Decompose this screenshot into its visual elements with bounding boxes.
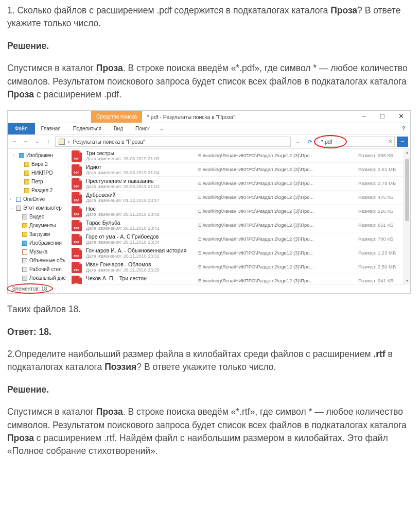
clear-search-icon[interactable]: ✕ — [388, 138, 392, 146]
s1d: Проза — [7, 89, 34, 99]
file-name: Тарас Бульба — [86, 219, 194, 226]
tree-item[interactable]: Изображения — [8, 239, 68, 247]
maximize-button[interactable]: ☐ — [373, 111, 392, 123]
file-size: Размер: 998 КБ — [358, 150, 407, 159]
tree-item[interactable]: НИКПРО — [8, 168, 68, 177]
file-name: Преступление и наказание — [86, 178, 194, 184]
file-path: E:\working\Лена\НИКПРО\Раздел 2\oge12 (3… — [198, 150, 354, 159]
nav-forward-icon[interactable]: → — [21, 137, 30, 146]
tree-pic-icon — [22, 241, 27, 246]
search-input[interactable]: *.pdf ✕ — [318, 137, 395, 147]
file-row[interactable]: ИдиотДата изменения: 28.08.2019 21:04E:\… — [68, 162, 410, 176]
tree-label: Вира 2 — [31, 161, 48, 168]
pdf-file-icon — [72, 248, 82, 259]
ribbon-tab-share[interactable]: Поделиться — [67, 123, 108, 134]
tree-item[interactable]: Музыка — [8, 247, 68, 256]
file-size: Размер: 651 КБ — [358, 219, 407, 229]
scroll-down-icon[interactable]: ▼ — [404, 277, 410, 284]
file-main: ДубровскийДата изменения: 01.12.2018 23:… — [86, 192, 194, 204]
nav-back-icon[interactable]: ← — [10, 137, 19, 146]
file-path: E:\working\Лена\НИКПРО\Раздел 2\oge12 (3… — [198, 219, 354, 229]
scroll-up-icon[interactable]: ▲ — [404, 149, 410, 156]
minimize-button[interactable]: ─ — [355, 111, 373, 123]
pdf-file-icon — [72, 276, 82, 284]
file-tab[interactable]: Файл — [8, 123, 35, 134]
file-size: Размер: 1,23 МБ — [358, 247, 407, 257]
ribbon-collapse-icon[interactable]: ⌄ — [156, 123, 167, 134]
question-2: 2.Определите наибольший размер файла в к… — [7, 348, 411, 374]
status-text: Элементов: 18 — [12, 286, 47, 292]
s2a: Спустимся в каталог — [7, 407, 96, 417]
tree-item[interactable]: Петр — [8, 177, 68, 186]
tree-item[interactable]: ⌄Этот компьютер — [8, 204, 68, 212]
file-name: Дубровский — [86, 192, 194, 198]
tree-pic-icon — [19, 153, 24, 158]
tree-item[interactable]: Объемные объ — [8, 256, 68, 265]
file-row[interactable]: Три сестрыДата изменения: 28.08.2019 21:… — [68, 149, 410, 162]
tree-twist-icon[interactable]: › — [10, 196, 14, 202]
q1-text-a: 1. Сколько файлов с расширением .pdf сод… — [7, 5, 330, 15]
tree-drive-icon — [22, 214, 27, 219]
tree-item[interactable]: Локальный дис — [8, 274, 68, 282]
help-icon[interactable]: ? — [397, 123, 410, 134]
q2b: .rtf — [373, 349, 385, 359]
tree-twist-icon[interactable]: ⌄ — [10, 205, 14, 211]
tree-item[interactable]: Загрузки — [8, 230, 68, 239]
file-row[interactable]: Горе от ума - А. С ГрибоедовДата изменен… — [68, 232, 410, 246]
tree-folder-icon — [22, 232, 27, 237]
tree-label: Рабочий стол — [29, 266, 62, 274]
ribbon-tab-home[interactable]: Главная — [35, 123, 67, 134]
scroll-thumb[interactable] — [405, 159, 409, 221]
solution-heading-2: Решение. — [7, 383, 411, 396]
pdf-file-icon — [72, 206, 82, 217]
pdf-file-icon — [72, 220, 82, 231]
file-row[interactable]: НосДата изменения: 26.11.2018 23:42E:\wo… — [68, 204, 410, 218]
q2d: Поэзия — [104, 362, 136, 372]
tree-item[interactable]: Видео — [8, 212, 68, 221]
file-row[interactable]: Преступление и наказаниеДата изменения: … — [68, 176, 410, 190]
search-go-button[interactable]: → — [397, 137, 408, 147]
tree-item[interactable]: Раздел 2 — [8, 186, 68, 195]
breadcrumb[interactable]: › Результаты поиска в "Проза" — [55, 137, 291, 147]
search-value: *.pdf — [321, 138, 332, 146]
file-row[interactable]: Гончаров И. А. - Обыкновенная историяДат… — [68, 246, 410, 260]
titlebar-spacer — [8, 111, 91, 123]
close-button[interactable]: ✕ — [392, 111, 410, 123]
file-list-pane[interactable]: Три сестрыДата изменения: 28.08.2019 21:… — [68, 149, 410, 284]
refresh-icon[interactable]: ⟳ — [304, 138, 316, 146]
file-path: E:\working\Лена\НИКПРО\Раздел 2\oge12 (3… — [198, 164, 354, 173]
ribbon-tab-view[interactable]: Вид — [108, 123, 129, 134]
tree-item[interactable]: Рабочий стол — [8, 265, 68, 274]
tree-label: Изображения — [29, 240, 62, 247]
tree-item[interactable]: Вира 2 — [8, 160, 68, 168]
solution-1-body: Спустимся в каталог Проза. В строке поис… — [7, 62, 411, 101]
file-path: E:\working\Лена\НИКПРО\Раздел 2\oge12 (3… — [198, 275, 354, 284]
scrollbar[interactable]: ▲ ▼ — [404, 149, 410, 284]
tree-item[interactable]: ›OneDrive — [8, 195, 68, 204]
nav-up-icon[interactable]: ↑ — [44, 137, 53, 146]
tree-drive-icon — [22, 276, 27, 281]
tree-label: Раздел 2 — [31, 187, 52, 195]
ribbon-tab-search[interactable]: Поиск — [129, 123, 156, 134]
file-row[interactable]: ДубровскийДата изменения: 01.12.2018 23:… — [68, 190, 410, 204]
breadcrumb-dropdown-icon[interactable]: ⌄ — [293, 137, 302, 146]
tree-folder-icon — [24, 162, 29, 167]
file-size: Размер: 700 КБ — [358, 233, 407, 243]
search-tools-tab[interactable]: Средства поиска — [91, 111, 142, 123]
file-row[interactable]: Чехов А. П. - Три сестоыE:\working\Лена\… — [68, 274, 410, 284]
tree-item[interactable]: ‹Изображен — [8, 151, 68, 160]
tree-item[interactable]: Документы — [8, 221, 68, 230]
file-size: Размер: 216 КБ — [358, 206, 407, 215]
file-row[interactable]: Иван Гончаров - ОбломовДата изменения: 2… — [68, 260, 410, 274]
question-1: 1. Сколько файлов с расширением .pdf сод… — [7, 4, 411, 30]
s1b: Проза — [96, 63, 123, 73]
tree-label: Видео — [29, 213, 44, 221]
file-date: Дата изменения: 28.08.2019 21:09 — [86, 156, 194, 162]
s2e: c расширением .rtf. Найдём файл с наибол… — [7, 433, 388, 456]
tree-twist-icon[interactable]: ‹ — [13, 153, 17, 159]
file-date: Дата изменения: 26.11.2018 23:42 — [86, 212, 194, 217]
file-row[interactable]: Тарас БульбаДата изменения: 26.11.2018 2… — [68, 218, 410, 232]
nav-recent-icon[interactable]: ⌄ — [32, 137, 42, 146]
pdf-file-icon — [72, 234, 82, 245]
navigation-pane[interactable]: ‹ИзображенВира 2НИКПРОПетрРаздел 2›OneDr… — [8, 149, 68, 284]
